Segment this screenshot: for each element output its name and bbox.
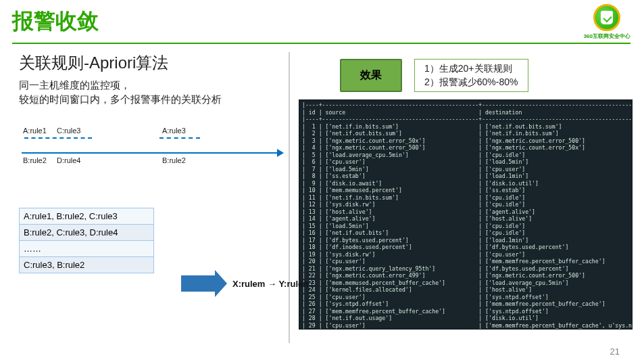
slide-title: 报警收敛	[12, 7, 99, 37]
timeline-label: A:rule3	[162, 127, 186, 135]
effect-box: 1）生成20+关联规则 2）报警减少60%-80%	[414, 59, 528, 92]
desc-line: 较短的时间窗口内，多个报警事件的关联分析	[19, 92, 286, 106]
table-row: A:rule1, B:rule2, C:rule3	[20, 208, 153, 225]
timeline-label: D:rule4	[57, 156, 80, 164]
timeline-label: B:rule2	[23, 156, 47, 164]
desc-line: 同一主机维度的监控项，	[19, 78, 286, 92]
shield-icon	[593, 4, 620, 31]
brand-logo: 360互联网安全中心	[584, 4, 630, 40]
timeline-label: A:rule1	[23, 127, 47, 135]
table-row: C:rule3, B:rule2	[20, 257, 153, 273]
brand-logo-text: 360互联网安全中心	[584, 32, 630, 40]
derivation-arrow: X:rulem → Y:rulen	[181, 275, 308, 292]
effect-line: 1）生成20+关联规则	[424, 62, 518, 76]
rule-table: A:rule1, B:rule2, C:rule3 B:rule2, C:rul…	[19, 208, 154, 273]
terminal-output: |----+----------------------------------…	[299, 100, 632, 329]
effect-line: 2）报警减少60%-80%	[424, 76, 518, 89]
timeline-diagram: A:rule1 C:rule3 A:rule3 B:rule2 D:rule4 …	[19, 127, 282, 174]
timeline-label: C:rule3	[57, 127, 80, 135]
arrow-right-icon	[277, 149, 284, 157]
timeline-label: B:rule2	[162, 156, 186, 164]
column-divider	[289, 52, 290, 343]
page-number: 21	[610, 346, 620, 357]
table-row: B:rule2, C:rule3, D:rule4	[20, 225, 153, 241]
section-description: 同一主机维度的监控项， 较短的时间窗口内，多个报警事件的关联分析	[19, 78, 286, 106]
arrow-right-icon	[181, 275, 215, 292]
effect-badge: 效果	[340, 59, 402, 92]
derivation-text: X:rulem → Y:rulen	[232, 279, 308, 289]
table-row: ……	[20, 241, 153, 257]
section-subtitle: 关联规则-Apriori算法	[19, 52, 286, 74]
